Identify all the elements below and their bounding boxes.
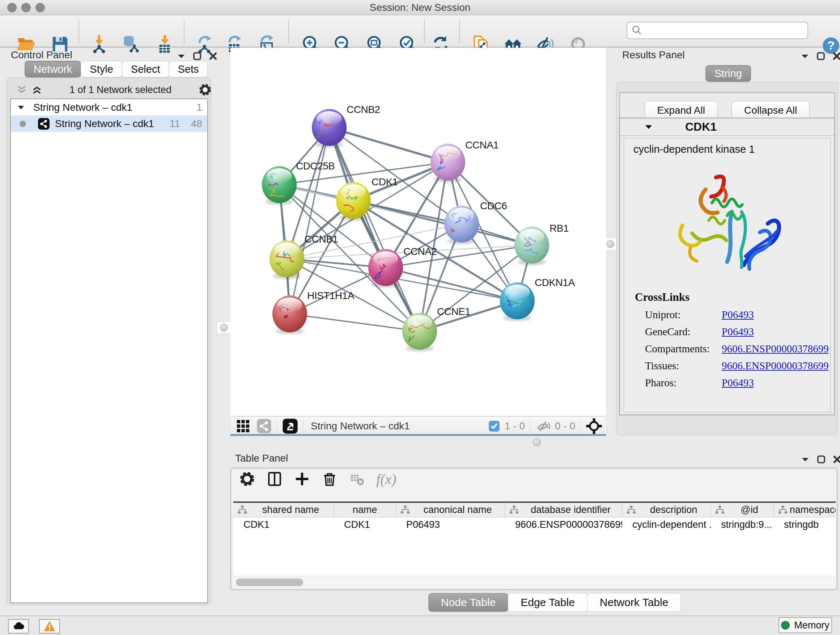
panel-close-icon[interactable] [832, 51, 840, 61]
attribute-type-icon [777, 505, 788, 516]
share-view-icon[interactable] [256, 418, 272, 434]
attribute-type-icon [714, 505, 725, 516]
column-header-canonical-name[interactable]: canonical name [396, 503, 505, 517]
table-cell[interactable]: cyclin-dependent ... [622, 518, 711, 532]
column-header-description[interactable]: description [622, 503, 711, 517]
network-collection-row[interactable]: String Network – cdk1 1 [11, 99, 207, 116]
crosslink-link[interactable]: 9606.ENSP00000378699 [722, 343, 829, 355]
collapse-all-button[interactable]: Collapse All [731, 101, 810, 120]
table-cell[interactable]: 9606.ENSP00000378699 [505, 518, 622, 532]
expand-all-networks-icon[interactable] [31, 84, 43, 96]
node-CDC6[interactable]: CDC6 [444, 200, 507, 244]
crosslink-label: Compartments: [645, 343, 722, 355]
collapse-all-networks-icon[interactable] [16, 84, 27, 96]
column-header--id[interactable]: @id [711, 503, 774, 517]
node-label-CCNB2: CCNB2 [347, 104, 380, 115]
panel-float-icon[interactable] [816, 455, 826, 464]
table-cell[interactable]: stringdb:9... [711, 518, 774, 532]
hidden-eye-icon[interactable] [535, 418, 551, 434]
table-hscrollbar-thumb[interactable] [236, 578, 303, 586]
window-zoom-button[interactable] [35, 3, 45, 12]
table-hscrollbar[interactable] [233, 578, 836, 586]
tab-edge-table[interactable]: Edge Table [508, 593, 587, 612]
edge-count: 48 [191, 118, 202, 130]
edge-CCNA2-CDKN1A[interactable] [386, 268, 517, 301]
entry-detail: cyclin-dependent kinase 1 [624, 138, 831, 412]
node-CCNA1[interactable]: CCNA1 [431, 139, 499, 182]
node-CCNE1[interactable]: CCNE1 [402, 306, 470, 352]
tab-select[interactable]: Select [122, 61, 169, 78]
collection-label: String Network – cdk1 [33, 102, 196, 113]
delete-row-button[interactable] [321, 470, 338, 487]
column-header-database-identifier[interactable]: database identifier [505, 503, 622, 517]
node-CDKN1A[interactable]: CDKN1A [500, 277, 575, 321]
tab-node-table[interactable]: Node Table [428, 593, 508, 612]
table-cell[interactable]: CDK1 [233, 518, 334, 532]
edge-HIST1H1A-CCNE1[interactable] [290, 314, 420, 331]
network-row[interactable]: String Network – cdk1 11 48 [11, 116, 207, 132]
table-settings-button[interactable] [239, 470, 256, 487]
table-cell[interactable]: CDK1 [334, 518, 396, 532]
panel-menu-icon[interactable] [177, 51, 186, 61]
toggle-columns-button[interactable] [266, 470, 283, 487]
search-box [627, 22, 808, 39]
attribute-type-icon [508, 505, 519, 516]
entry-collapse-icon[interactable] [644, 122, 653, 132]
cdk1-entry: CDK1 cyclin-dependent kinase 1 [619, 118, 835, 415]
column-header-namespace[interactable]: namespace [774, 503, 836, 517]
panel-close-icon[interactable] [832, 455, 840, 464]
left-splitter-handle[interactable] [217, 321, 231, 334]
node-HIST1H1A[interactable]: HIST1H1A [272, 290, 355, 334]
window-minimize-button[interactable] [21, 3, 31, 12]
tab-string[interactable]: String [706, 65, 751, 82]
node-table[interactable]: shared name name canonical name database… [233, 501, 836, 576]
search-input[interactable] [643, 23, 807, 38]
tab-network-table[interactable]: Network Table [587, 593, 681, 612]
delete-table-button[interactable] [349, 470, 365, 487]
edge-CCNB2-CCNA1[interactable] [329, 127, 448, 162]
function-builder-button[interactable]: f(x) [376, 470, 396, 488]
results-panel-title: Results Panel [622, 49, 685, 60]
node-RB1[interactable]: RB1 [515, 223, 569, 265]
birdseye-grid-icon[interactable] [235, 418, 251, 434]
edge-CCNB2-HIST1H1A[interactable] [290, 127, 329, 314]
column-header-shared-name[interactable]: shared name [233, 503, 334, 517]
panel-float-icon[interactable] [816, 51, 826, 61]
horizontal-splitter-handle[interactable] [529, 436, 545, 449]
tab-style[interactable]: Style [81, 61, 122, 78]
cloud-button[interactable] [8, 619, 29, 633]
warning-button[interactable] [39, 619, 60, 633]
detach-view-icon[interactable] [282, 418, 298, 434]
crosslink-row: Pharos: P06493 [645, 377, 830, 389]
fit-content-crosshair-icon[interactable] [586, 418, 602, 434]
panel-menu-icon[interactable] [800, 51, 810, 61]
column-header-name[interactable]: name [334, 503, 396, 517]
tab-sets[interactable]: Sets [169, 61, 208, 78]
expand-all-button[interactable]: Expand All [645, 101, 718, 120]
collection-expand-icon[interactable] [17, 103, 25, 112]
crosslink-link[interactable]: P06493 [722, 326, 754, 338]
add-row-button[interactable] [294, 470, 310, 487]
tab-network[interactable]: Network [25, 61, 81, 78]
panel-close-icon[interactable] [208, 51, 218, 61]
table-cell[interactable]: P06493 [396, 518, 505, 532]
crosslink-link[interactable]: 9606.ENSP00000378699 [722, 360, 829, 372]
crosslink-link[interactable]: P06493 [722, 309, 754, 321]
crosslinks-title: CrossLinks [635, 291, 830, 304]
toolbar-separator [459, 19, 460, 43]
memory-button[interactable]: Memory [778, 617, 832, 633]
panel-menu-icon[interactable] [801, 455, 810, 464]
panel-float-icon[interactable] [193, 51, 202, 61]
node-CCNB2[interactable]: CCNB2 [312, 104, 380, 148]
network-canvas[interactable]: CCNB2CCNA1CDC25BCDK1CDC6RB1CCNB1CCNA2CDK… [231, 48, 606, 416]
crosslink-link[interactable]: P06493 [722, 377, 754, 389]
crosslink-label: GeneCard: [645, 326, 722, 338]
window-close-button[interactable] [7, 3, 17, 12]
network-options-gear-icon[interactable] [198, 83, 212, 97]
network-type-icon [38, 118, 50, 130]
crosslink-row: Uniprot: P06493 [645, 309, 830, 321]
selected-checkbox-icon[interactable] [488, 420, 500, 432]
active-view-accent [231, 434, 606, 436]
node-CDK1[interactable]: CDK1 [336, 176, 398, 221]
table-cell[interactable]: stringdb [774, 518, 836, 532]
